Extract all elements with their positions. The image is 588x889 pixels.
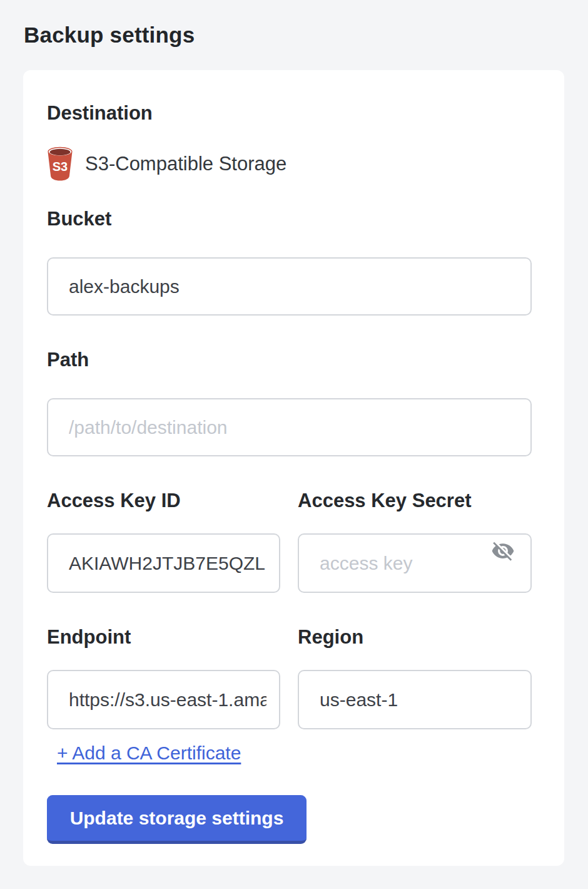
access-key-id-input[interactable] (47, 533, 280, 593)
backup-settings-card: Destination S3 S3-Compatible Storage Buc… (23, 70, 564, 866)
backup-settings-page: Backup settings Destination S3 S3-Compat… (0, 0, 588, 889)
svg-text:S3: S3 (53, 160, 68, 173)
destination-label: Destination (47, 101, 532, 125)
access-key-id-label: Access Key ID (47, 489, 280, 512)
endpoint-input[interactable] (47, 670, 280, 729)
destination-value-row: S3 S3-Compatible Storage (47, 146, 532, 182)
region-label: Region (298, 625, 532, 649)
path-input[interactable] (47, 398, 532, 456)
update-storage-settings-button[interactable]: Update storage settings (47, 795, 307, 844)
path-label: Path (47, 348, 532, 371)
endpoint-label: Endpoint (47, 625, 280, 649)
destination-value: S3-Compatible Storage (85, 153, 286, 175)
endpoint-region-label-row: Endpoint Region (47, 625, 532, 649)
toggle-secret-visibility-button[interactable] (490, 538, 515, 563)
s3-bucket-icon: S3 (47, 146, 73, 182)
eye-off-icon (491, 539, 515, 563)
add-ca-certificate-link[interactable]: + Add a CA Certificate (57, 743, 241, 764)
page-title: Backup settings (24, 23, 195, 48)
bucket-input[interactable] (47, 257, 532, 316)
endpoint-region-input-row (47, 649, 532, 729)
access-keys-input-row (47, 512, 532, 593)
bucket-label: Bucket (47, 207, 532, 230)
region-input[interactable] (298, 670, 532, 729)
access-key-secret-label: Access Key Secret (298, 489, 532, 512)
access-keys-label-row: Access Key ID Access Key Secret (47, 489, 532, 512)
